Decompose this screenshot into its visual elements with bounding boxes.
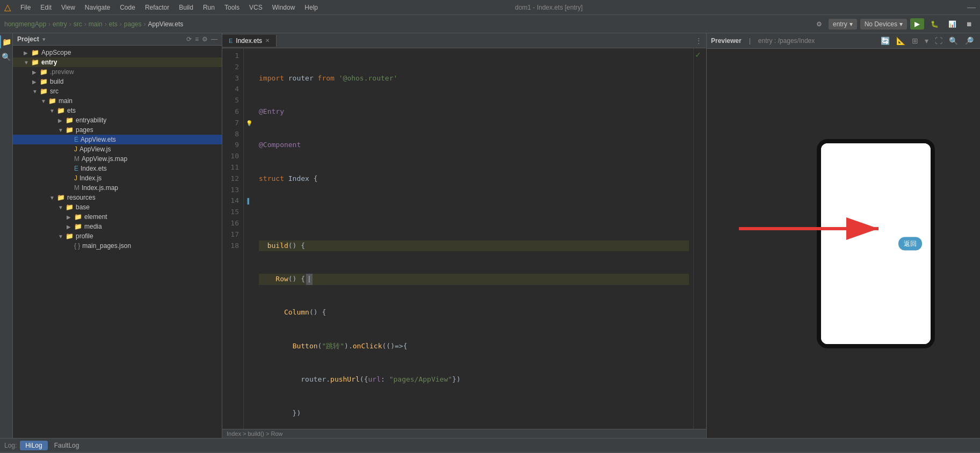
debug-button[interactable]: 🐛 xyxy=(927,19,942,30)
editor-more-icon[interactable]: ⋮ xyxy=(695,37,702,45)
tree-item-appscope[interactable]: ▶ 📁 AppScope xyxy=(13,48,222,57)
menu-navigate[interactable]: Navigate xyxy=(81,3,114,12)
tree-item-entry[interactable]: ▼ 📁 entry xyxy=(13,57,222,67)
chevron-down-icon: ▾ xyxy=(850,20,853,28)
ets-file-icon: E xyxy=(74,136,78,143)
sync-icon[interactable]: ⟳ xyxy=(186,35,192,43)
previewer-icons: 🔄 📐 ⊞ ▾ ⛶ 🔍 🔎 xyxy=(879,35,976,46)
sidebar-search-icon[interactable]: 🔍 xyxy=(0,50,12,63)
entry-button[interactable]: entry ▾ xyxy=(829,19,857,30)
folder-icon: 📁 xyxy=(66,126,74,134)
grid-icon-btn[interactable]: ⊞ xyxy=(910,35,920,46)
tree-item-appview-js[interactable]: ▶ J AppView.js xyxy=(13,144,222,154)
line-numbers: 12345 678910 1112131415 161718 xyxy=(222,48,244,429)
tree-item-ets[interactable]: ▼ 📁 ets xyxy=(13,106,222,115)
tree-item-build[interactable]: ▶ 📁 build xyxy=(13,77,222,86)
tree-item-preview[interactable]: ▶ 📁 .preview xyxy=(13,67,222,77)
map-file-icon: M xyxy=(74,184,79,192)
js-file-icon: J xyxy=(74,145,77,153)
previewer-content: 返回 xyxy=(707,49,980,438)
menu-window[interactable]: Window xyxy=(268,3,300,12)
menu-refactor[interactable]: Refactor xyxy=(141,3,173,12)
checkmark-icon: ✓ xyxy=(695,50,701,59)
settings-icon-btn[interactable]: ⚙ xyxy=(813,19,825,30)
folder-icon: 📁 xyxy=(66,232,74,240)
tree-label: AppScope xyxy=(41,49,71,56)
tree-label: AppView.js.map xyxy=(82,155,127,163)
project-header: Project ▾ ⟳ ≡ ⚙ — xyxy=(13,33,222,46)
code-editor: 12345 678910 1112131415 161718 💡 ▌ xyxy=(222,48,706,429)
minus-icon[interactable]: — xyxy=(211,35,217,43)
tab-faultlog[interactable]: FaultLog xyxy=(49,441,85,450)
fit-icon-btn[interactable]: ⛶ xyxy=(933,35,945,46)
menu-code[interactable]: Code xyxy=(115,3,140,12)
chevron-icon-btn[interactable]: ▾ xyxy=(923,35,931,46)
tree-item-appview-jsmap[interactable]: ▶ M AppView.js.map xyxy=(13,154,222,164)
code-editor-content[interactable]: import router from '@ohos.router' @Entry… xyxy=(255,48,693,429)
breadcrumb-entry: entry xyxy=(53,20,67,28)
expand-arrow: ▼ xyxy=(58,204,64,210)
tree-label: main xyxy=(59,97,72,105)
tree-item-src[interactable]: ▼ 📁 src xyxy=(13,86,222,96)
tree-label: Index.js.map xyxy=(82,184,118,192)
expand-arrow: ▶ xyxy=(24,50,30,56)
gear-icon[interactable]: ⚙ xyxy=(202,35,208,43)
project-header-icons: ⟳ ≡ ⚙ — xyxy=(186,35,217,43)
collapse-icon[interactable]: ≡ xyxy=(195,35,199,43)
tree-label: entry xyxy=(41,59,57,66)
zoom-in-icon-btn[interactable]: 🔎 xyxy=(962,35,976,46)
editor-tabs: E Index.ets ✕ ⋮ xyxy=(222,33,706,48)
tree-item-pages[interactable]: ▼ 📁 pages xyxy=(13,125,222,135)
return-button[interactable]: 返回 xyxy=(898,237,922,250)
folder-icon: 📁 xyxy=(66,203,74,211)
layout-icon-btn[interactable]: 📐 xyxy=(894,35,908,46)
zoom-out-icon-btn[interactable]: 🔍 xyxy=(947,35,960,46)
tree-item-index-js[interactable]: ▶ J Index.js xyxy=(13,173,222,183)
refresh-icon-btn[interactable]: 🔄 xyxy=(879,35,892,46)
menu-view[interactable]: View xyxy=(57,3,79,12)
project-dropdown-icon: ▾ xyxy=(42,36,46,43)
tab-index-ets[interactable]: E Index.ets ✕ xyxy=(222,35,277,47)
menu-tools[interactable]: Tools xyxy=(220,3,244,12)
folder-icon: 📁 xyxy=(57,194,65,201)
expand-arrow: ▼ xyxy=(24,60,30,65)
no-devices-button[interactable]: No Devices ▾ xyxy=(860,19,907,30)
menu-vcs[interactable]: VCS xyxy=(245,3,267,12)
previewer-separator: | xyxy=(745,37,755,45)
tree-item-index-jsmap[interactable]: ▶ M Index.js.map xyxy=(13,183,222,193)
tree-item-entryability[interactable]: ▶ 📁 entryability xyxy=(13,115,222,125)
stop-button[interactable]: ⏹ xyxy=(963,19,976,30)
tree-label: profile xyxy=(76,232,93,240)
folder-icon: 📁 xyxy=(57,107,65,114)
gutter-item xyxy=(244,129,255,140)
expand-arrow: ▶ xyxy=(67,224,73,230)
main-area: 📁 🔍 Project ▾ ⟳ ≡ ⚙ — ▶ 📁 AppScope xyxy=(0,33,980,438)
minimize-button[interactable]: — xyxy=(967,3,976,12)
menu-file[interactable]: File xyxy=(16,3,35,12)
tree-item-appview-ets[interactable]: ▶ E AppView.ets xyxy=(13,135,222,144)
menu-edit[interactable]: Edit xyxy=(36,3,56,12)
gutter-item xyxy=(244,240,255,252)
tree-item-element[interactable]: ▶ 📁 element xyxy=(13,212,222,222)
menu-build[interactable]: Build xyxy=(175,3,198,12)
tree-item-profile[interactable]: ▼ 📁 profile xyxy=(13,231,222,241)
run-button[interactable]: ▶ xyxy=(910,18,924,30)
gutter-item xyxy=(244,185,255,196)
menu-help[interactable]: Help xyxy=(300,3,322,12)
tree-item-index-ets[interactable]: ▶ E Index.ets xyxy=(13,164,222,173)
tree-item-resources[interactable]: ▼ 📁 resources xyxy=(13,193,222,202)
project-panel: Project ▾ ⟳ ≡ ⚙ — ▶ 📁 AppScope ▼ 📁 xyxy=(13,33,222,438)
js-file-icon: J xyxy=(74,174,77,182)
tree-item-main[interactable]: ▼ 📁 main xyxy=(13,96,222,106)
tree-item-main-pages[interactable]: ▶ { } main_pages.json xyxy=(13,241,222,251)
profile-button[interactable]: 📊 xyxy=(945,19,960,30)
tab-hilog[interactable]: HiLog xyxy=(20,441,47,450)
tree-item-media[interactable]: ▶ 📁 media xyxy=(13,222,222,231)
expand-arrow: ▼ xyxy=(58,127,64,133)
menu-run[interactable]: Run xyxy=(199,3,219,12)
tree-item-base[interactable]: ▼ 📁 base xyxy=(13,202,222,212)
breadcrumb-file: AppView.ets xyxy=(148,20,184,28)
tab-close-icon[interactable]: ✕ xyxy=(265,38,270,43)
expand-arrow: ▶ xyxy=(58,118,64,123)
sidebar-project-icon[interactable]: 📁 xyxy=(0,35,12,48)
